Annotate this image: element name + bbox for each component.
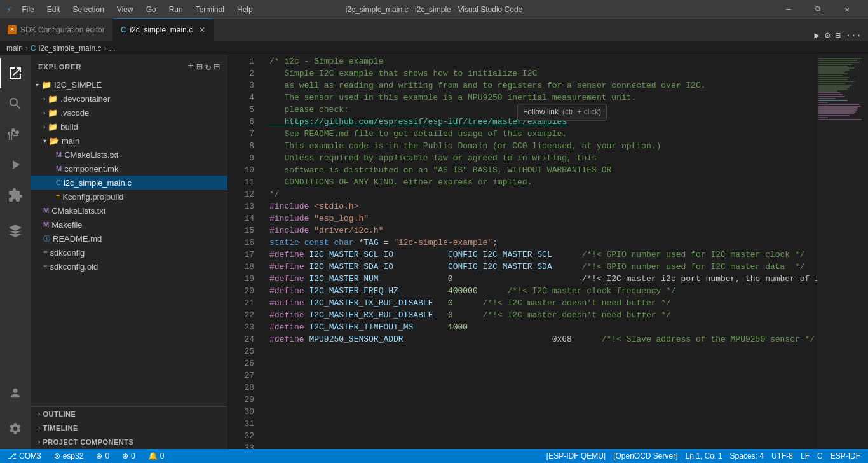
i2c-main-label: i2c_simple_main.c <box>64 178 132 188</box>
breadcrumb-file[interactable]: i2c_simple_main.c <box>39 44 102 53</box>
sidebar-section-outline[interactable]: › OUTLINE <box>31 407 227 421</box>
status-errors[interactable]: ⊗ esp32 <box>51 452 86 460</box>
project-components-label: PROJECT COMPONENTS <box>43 438 134 446</box>
activity-settings[interactable] <box>0 413 31 444</box>
sidebar-actions: + ⊞ ↻ ⊟ <box>187 60 220 73</box>
line-number: 17 <box>227 249 254 261</box>
split-icon[interactable]: ⊟ <box>835 30 840 41</box>
status-server[interactable]: [OpenOCD Server] <box>611 452 680 460</box>
breadcrumb-ellipsis[interactable]: ... <box>109 44 115 53</box>
more-icon[interactable]: ··· <box>846 31 862 41</box>
tree-item-sdkconfig[interactable]: ≡ sdkconfig <box>31 245 227 259</box>
errors-label: esp32 <box>63 452 84 460</box>
line-number: 6 <box>227 116 254 128</box>
menu-edit[interactable]: Edit <box>42 5 65 14</box>
status-openocd[interactable]: [ESP-IDF QEMU] <box>544 452 608 460</box>
build-label: build <box>60 122 78 132</box>
status-warnings[interactable]: ⊕ 0 <box>93 452 112 460</box>
activity-extensions[interactable] <box>0 180 31 211</box>
status-language[interactable]: C <box>815 452 825 460</box>
new-file-button[interactable]: + <box>187 60 194 73</box>
sidebar-title: EXPLORER <box>38 63 82 71</box>
tree-item-readme[interactable]: ⓘ README.md <box>31 232 227 245</box>
tab-bar: S SDK Configuration editor C i2c_simple_… <box>0 19 868 41</box>
tab-close-button[interactable]: ✕ <box>199 25 205 34</box>
menu-selection[interactable]: Selection <box>67 5 109 14</box>
build-arrow: › <box>43 123 45 130</box>
tree-item-cmakelists2[interactable]: M CMakeLists.txt <box>31 204 227 218</box>
tree-item-kconfig[interactable]: ≡ Kconfig.projbuild <box>31 190 227 204</box>
activity-run-debug[interactable] <box>0 149 31 180</box>
status-bell[interactable]: 🔔 0 <box>146 452 167 460</box>
sidebar-section-timeline[interactable]: › TIMELINE <box>31 421 227 435</box>
activity-search[interactable] <box>0 88 31 119</box>
sdkconfigold-label: sdkconfig.old <box>50 262 98 272</box>
tree-item-cmakelists1[interactable]: M CMakeLists.txt <box>31 148 227 162</box>
tab-main-c[interactable]: C i2c_simple_main.c ✕ <box>113 18 214 41</box>
outline-label: OUTLINE <box>43 410 76 418</box>
minimize-button[interactable]: ─ <box>774 0 803 19</box>
status-encoding[interactable]: UTF-8 <box>769 452 796 460</box>
status-eol[interactable]: LF <box>798 452 812 460</box>
tree-item-componentmk[interactable]: M component.mk <box>31 162 227 176</box>
code-line-29: #define I2C_MASTER_TX_BUF_DISABLE 0 /*!<… <box>269 297 817 309</box>
sidebar-section-project-components[interactable]: › PROJECT COMPONENTS <box>31 435 227 449</box>
tree-item-devcontainer[interactable]: › 📁 .devcontainer <box>31 92 227 106</box>
debug-icon[interactable]: ⚙ <box>825 30 830 41</box>
status-info[interactable]: ⊕ 0 <box>119 452 138 460</box>
refresh-button[interactable]: ↻ <box>205 60 212 73</box>
openocd-label: [ESP-IDF QEMU] <box>546 452 606 460</box>
code-line-19: #include <stdio.h> <box>269 200 817 212</box>
devcontainer-arrow: › <box>43 95 45 102</box>
tree-root-folder[interactable]: ▾ 📁 I2C_SIMPLE <box>31 78 227 92</box>
code-editor[interactable]: /* i2c - Simple example Simple I2C examp… <box>259 55 817 449</box>
activity-idf[interactable] <box>0 216 31 246</box>
status-git[interactable]: ⎇ COM3 <box>5 452 44 460</box>
status-espidf[interactable]: ESP-IDF <box>828 452 863 460</box>
file-tree: ▾ 📁 I2C_SIMPLE › 📁 .devcontainer › 📁 .vs… <box>31 78 227 406</box>
menu-view[interactable]: View <box>112 5 139 14</box>
line-number: 18 <box>227 261 254 273</box>
tab-sdk[interactable]: S SDK Configuration editor <box>0 18 113 41</box>
activity-account[interactable] <box>0 378 31 408</box>
main-label: main <box>62 136 79 146</box>
tree-item-main[interactable]: ▾ 📂 main <box>31 134 227 148</box>
line-number: 26 <box>227 357 254 370</box>
vscode-label: .vscode <box>60 108 89 118</box>
run-icon[interactable]: ▶ <box>814 30 819 41</box>
errors-icon: ⊗ <box>54 452 60 460</box>
code-line-18: */ <box>269 188 817 200</box>
code-line-1: /* i2c - Simple example <box>269 55 817 67</box>
menu-help[interactable]: Help <box>232 5 258 14</box>
line-number: 15 <box>227 225 254 237</box>
menu-file[interactable]: File <box>17 5 39 14</box>
code-line-33: #define MPU9250_SENSOR_ADDR 0x68 /*!< Sl… <box>269 333 817 345</box>
activity-explorer[interactable] <box>0 58 31 88</box>
line-number: 5 <box>227 104 254 116</box>
status-bar: ⎇ COM3 ⊗ esp32 ⊕ 0 ⊕ 0 🔔 0 [ESP-IDF QEMU… <box>0 449 868 463</box>
code-line-21: #include "driver/i2c.h" <box>269 225 817 237</box>
code-line-3: Simple I2C example that shows how to ini… <box>269 67 817 79</box>
restore-button[interactable]: ⧉ <box>803 0 832 19</box>
new-folder-button[interactable]: ⊞ <box>196 60 203 73</box>
menu-terminal[interactable]: Terminal <box>191 5 229 14</box>
sidebar-bottom: › OUTLINE › TIMELINE › PROJECT COMPONENT… <box>31 406 227 449</box>
status-position[interactable]: Ln 1, Col 1 <box>683 452 725 460</box>
close-button[interactable]: ✕ <box>832 0 862 19</box>
code-line-26: #define I2C_MASTER_SDA_IO CONFIG_I2C_MAS… <box>269 261 817 273</box>
tree-item-sdkconfigold[interactable]: ≡ sdkconfig.old <box>31 259 227 273</box>
line-number: 16 <box>227 237 254 249</box>
activity-source-control[interactable] <box>0 119 31 149</box>
code-line-20: #include "esp_log.h" <box>269 212 817 225</box>
tree-item-build[interactable]: › 📁 build <box>31 120 227 134</box>
status-spaces[interactable]: Spaces: 4 <box>728 452 766 460</box>
sidebar-header: EXPLORER + ⊞ ↻ ⊟ <box>31 55 227 78</box>
menu-go[interactable]: Go <box>141 5 161 14</box>
tree-item-i2c-main[interactable]: C i2c_simple_main.c <box>31 176 227 190</box>
collapse-button[interactable]: ⊟ <box>214 60 220 73</box>
menu-run[interactable]: Run <box>164 5 188 14</box>
tree-item-makefile[interactable]: M Makefile <box>31 218 227 232</box>
minimap[interactable] <box>817 55 868 449</box>
breadcrumb-main[interactable]: main <box>6 44 23 53</box>
tree-item-vscode[interactable]: › 📁 .vscode <box>31 106 227 120</box>
